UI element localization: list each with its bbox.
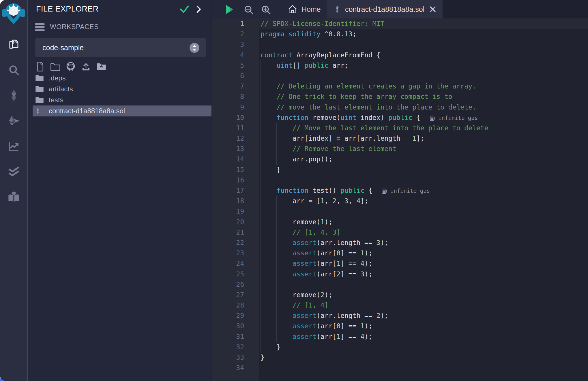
indent-guide (261, 196, 261, 206)
code-line[interactable]: function test() public {infinite gas (259, 185, 588, 196)
code-token: } (261, 343, 280, 351)
sidebar-unit-testing-icon[interactable] (0, 163, 27, 180)
code-line[interactable]: // Move the last element into the place … (259, 123, 588, 133)
sidebar-solidity-compiler-icon[interactable] (0, 87, 27, 104)
tabbar-empty-space (443, 0, 588, 18)
zoom-out-icon[interactable] (243, 4, 254, 15)
code-line[interactable]: arr.pop(); (259, 154, 588, 164)
run-script-button[interactable] (223, 3, 235, 16)
code-line[interactable]: uint[] public arr; (259, 60, 588, 71)
new-folder-icon[interactable] (50, 61, 61, 72)
workspace-name: code-sample (42, 44, 189, 52)
code-line[interactable]: assert(arr.length == 3); (259, 237, 588, 248)
code-line[interactable]: // Deleting an element creates a gap in … (259, 81, 588, 91)
line-number: 9 (212, 102, 259, 112)
code-line[interactable]: function remove(uint index) public {infi… (259, 112, 588, 123)
code-lines: // SPDX-License-Identifier: MITpragma so… (259, 18, 588, 381)
tree-item-artifacts[interactable]: artifacts (28, 84, 211, 95)
code-line[interactable]: } (259, 352, 588, 363)
line-number: 8 (212, 91, 259, 102)
code-line[interactable]: assert(arr[1] == 4); (259, 258, 588, 269)
code-line[interactable] (259, 363, 588, 373)
code-token: solidity (289, 30, 321, 38)
code-line[interactable]: assert(arr[0] == 1); (259, 321, 588, 331)
code-line[interactable]: } (259, 165, 588, 175)
indent-guide (261, 227, 261, 237)
tab-close-icon[interactable] (429, 5, 437, 13)
line-number: 30 (212, 321, 259, 331)
indent-guide (261, 185, 261, 196)
indent-guide (276, 144, 277, 154)
indent-guide (261, 321, 261, 331)
line-number: 14 (212, 154, 259, 164)
tree-item-contract-d1a8818a8a-sol[interactable]: contract-d1a8818a8a.sol (33, 105, 211, 116)
sidebar-learneth-icon[interactable] (0, 188, 27, 205)
tree-item-tests[interactable]: tests (28, 95, 211, 105)
line-number: 18 (212, 196, 259, 206)
code-line[interactable] (259, 71, 588, 81)
code-token: // move the last element into the place … (276, 103, 476, 111)
remix-logo-icon[interactable] (2, 2, 25, 25)
code-line[interactable]: // [1, 4] (259, 300, 588, 310)
editor-tabbar: Home contract-d1a8818a8a.sol (212, 0, 588, 18)
code-line[interactable]: // One trick to keep the array compact i… (259, 91, 588, 102)
collapse-chevron-icon[interactable] (195, 5, 202, 14)
code-editor[interactable]: 1234567891011121314151617181920212223242… (212, 18, 588, 381)
line-number: 4 (212, 50, 259, 60)
code-token: // Move the last element into the place … (293, 124, 488, 132)
sidebar-file-explorer-icon[interactable] (0, 36, 27, 53)
code-line[interactable]: // Remove the last element (259, 144, 588, 154)
code-line[interactable]: pragma solidity ^0.8.13; (259, 29, 588, 39)
code-line[interactable]: // move the last element into the place … (259, 102, 588, 112)
code-token: test() (308, 187, 340, 194)
workspaces-row: WORKSPACES (35, 23, 99, 31)
indent-guide (261, 237, 261, 248)
code-token: (arr.length == (317, 312, 377, 319)
code-line[interactable] (259, 39, 588, 50)
tab-contract-file[interactable]: contract-d1a8818a8a.sol (327, 0, 443, 18)
line-number: 5 (212, 60, 259, 71)
line-number: 23 (212, 248, 259, 258)
code-token: function (276, 114, 308, 121)
sidebar-analytics-icon[interactable] (0, 137, 27, 155)
code-token: ); (364, 322, 372, 330)
workspace-select-toggle-icon[interactable] (189, 43, 200, 53)
code-token: 0 (336, 322, 340, 330)
line-number: 32 (212, 342, 259, 352)
upload-folder-icon[interactable] (96, 61, 106, 72)
accept-check-icon[interactable] (179, 5, 190, 14)
line-number: 22 (212, 237, 259, 248)
code-token: ] == (340, 270, 360, 278)
code-line[interactable]: remove(1); (259, 217, 588, 227)
indent-guide (276, 154, 277, 164)
code-line[interactable]: assert(arr[1] == 4); (259, 331, 588, 342)
code-line[interactable] (259, 175, 588, 185)
code-token: } (261, 354, 265, 361)
code-token: public (388, 114, 412, 121)
code-line[interactable]: remove(2); (259, 290, 588, 300)
zoom-in-icon[interactable] (261, 4, 271, 15)
workspaces-menu-icon[interactable] (35, 23, 45, 31)
sidebar-deploy-run-icon[interactable] (0, 112, 27, 129)
code-line[interactable]: arr[index] = arr[arr.length - 1]; (259, 133, 588, 144)
clone-github-icon[interactable] (65, 61, 76, 72)
code-line[interactable]: } (259, 342, 588, 352)
code-line[interactable] (259, 206, 588, 216)
code-line[interactable]: assert(arr[2] == 3); (259, 269, 588, 279)
code-line[interactable] (259, 279, 588, 290)
active-tab-label: contract-d1a8818a8a.sol (345, 5, 424, 14)
indent-guide (276, 258, 277, 269)
code-line[interactable]: // [1, 4, 3] (259, 227, 588, 237)
code-line[interactable]: arr = [1, 2, 3, 4]; (259, 196, 588, 206)
tab-home[interactable]: Home (280, 0, 328, 18)
tree-item--deps[interactable]: .deps (28, 73, 211, 84)
sidebar-search-icon[interactable] (0, 61, 27, 79)
code-line[interactable]: assert(arr[0] == 1); (259, 248, 588, 258)
code-line[interactable]: assert(arr.length == 2); (259, 310, 588, 321)
new-file-icon[interactable] (35, 61, 45, 72)
code-token: ] == (340, 249, 360, 257)
upload-file-icon[interactable] (81, 61, 91, 72)
code-line[interactable]: // SPDX-License-Identifier: MIT (259, 18, 588, 29)
workspace-select[interactable]: code-sample (35, 38, 206, 57)
code-line[interactable]: contract ArrayReplaceFromEnd { (259, 50, 588, 60)
